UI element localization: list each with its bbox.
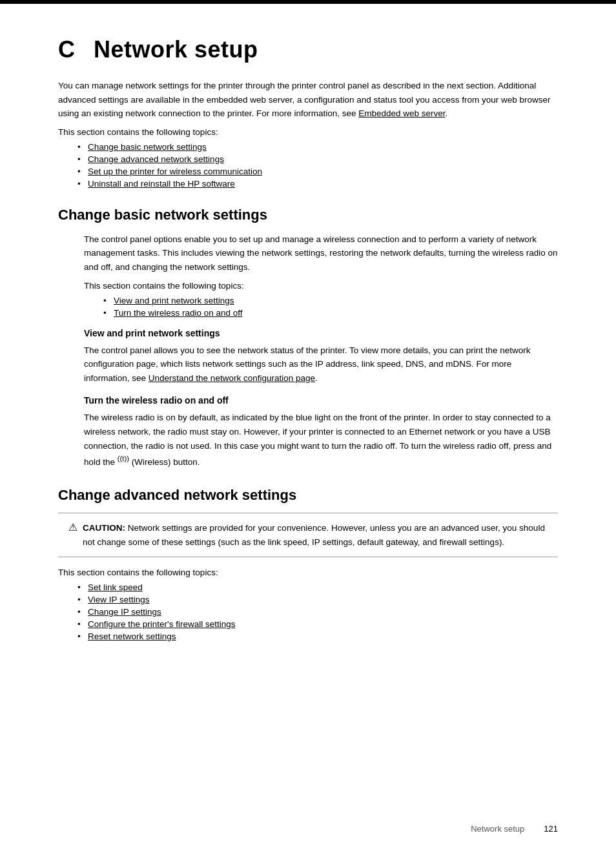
chapter-letter: C — [58, 36, 76, 63]
caution-box: ⚠ CAUTION: Network settings are provided… — [58, 513, 558, 557]
section-advanced-title: Change advanced network settings — [58, 487, 558, 504]
list-item: Uninstall and reinstall the HP software — [77, 179, 558, 189]
intro-topic-link-2[interactable]: Change advanced network settings — [88, 154, 224, 164]
intro-paragraph: You can manage network settings for the … — [58, 79, 558, 121]
footer-section-label: Network setup — [471, 824, 524, 834]
subsection-view-print: View and print network settings The cont… — [84, 328, 558, 385]
subsection-wireless-radio: Turn the wireless radio on and off The w… — [84, 395, 558, 469]
section-basic-description: The control panel options enable you to … — [84, 232, 558, 274]
intro-text-1: You can manage network settings for the … — [58, 81, 550, 118]
network-config-link[interactable]: Understand the network configuration pag… — [149, 373, 315, 383]
advanced-topic-link-4[interactable]: Configure the printer's firewall setting… — [88, 619, 235, 629]
list-item: Set up the printer for wireless communic… — [77, 167, 558, 176]
subsection-wireless-body: The wireless radio is on by default, as … — [84, 411, 558, 469]
section-basic-title: Change basic network settings — [58, 207, 558, 223]
intro-topic-link-1[interactable]: Change basic network settings — [88, 142, 207, 152]
subsection-view-print-title: View and print network settings — [84, 328, 558, 338]
page: C Network setup You can manage network s… — [0, 0, 616, 853]
footer-page-number: 121 — [544, 824, 558, 834]
basic-topic-link-1[interactable]: View and print network settings — [114, 296, 234, 305]
section-advanced: Change advanced network settings ⚠ CAUTI… — [58, 487, 558, 641]
content-area: C Network setup You can manage network s… — [0, 4, 616, 690]
advanced-topic-link-3[interactable]: Change IP settings — [88, 607, 161, 617]
section-basic-topics-list: View and print network settings Turn the… — [103, 296, 558, 318]
list-item: Change IP settings — [77, 607, 558, 617]
intro-topics-list: Change basic network settings Change adv… — [77, 142, 558, 189]
subsection-view-print-body: The control panel allows you to see the … — [84, 344, 558, 385]
list-item: View IP settings — [77, 595, 558, 604]
advanced-topic-link-2[interactable]: View IP settings — [88, 595, 150, 604]
section-basic-topics-label: This section contains the following topi… — [84, 281, 558, 291]
subsection-wireless-title: Turn the wireless radio on and off — [84, 395, 558, 406]
list-item: Turn the wireless radio on and off — [103, 308, 558, 318]
footer: Network setup 121 — [471, 824, 558, 834]
wireless-icon: ((t)) — [118, 455, 129, 462]
section-basic-body: The control panel options enable you to … — [84, 232, 558, 469]
caution-icon: ⚠ — [68, 521, 77, 533]
caution-label: CAUTION: — [83, 523, 125, 533]
intro-text-end: . — [446, 108, 448, 118]
section-advanced-topics-list: Set link speed View IP settings Change I… — [77, 582, 558, 641]
section-advanced-topics-label: This section contains the following topi… — [58, 568, 558, 577]
list-item: View and print network settings — [103, 296, 558, 305]
advanced-topic-link-1[interactable]: Set link speed — [88, 582, 143, 592]
intro-topics-label: This section contains the following topi… — [58, 127, 558, 137]
caution-text: CAUTION: Network settings are provided f… — [83, 521, 548, 549]
intro-topic-link-3[interactable]: Set up the printer for wireless communic… — [88, 167, 262, 176]
basic-topic-link-2[interactable]: Turn the wireless radio on and off — [114, 308, 243, 318]
list-item: Change basic network settings — [77, 142, 558, 152]
embedded-web-server-link[interactable]: Embedded web server — [358, 108, 445, 118]
intro-topic-link-4[interactable]: Uninstall and reinstall the HP software — [88, 179, 235, 189]
list-item: Set link speed — [77, 582, 558, 592]
list-item: Reset network settings — [77, 632, 558, 641]
caution-body: Network settings are provided for your c… — [83, 523, 545, 547]
advanced-topic-link-5[interactable]: Reset network settings — [88, 632, 176, 641]
chapter-title: C Network setup — [58, 36, 558, 63]
chapter-name: Network setup — [94, 36, 258, 63]
list-item: Change advanced network settings — [77, 154, 558, 164]
list-item: Configure the printer's firewall setting… — [77, 619, 558, 629]
section-basic: Change basic network settings The contro… — [58, 207, 558, 469]
